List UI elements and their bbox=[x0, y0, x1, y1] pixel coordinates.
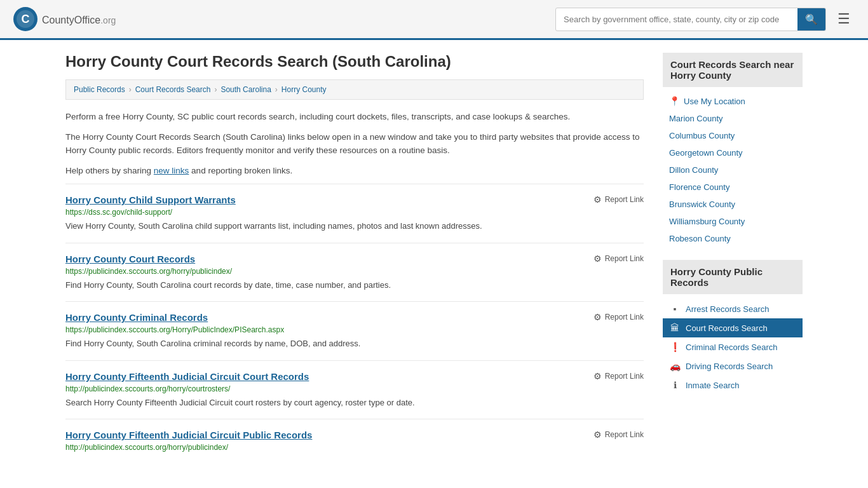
report-icon: ⚙ bbox=[593, 254, 602, 264]
description-para1: Perform a free Horry County, SC public c… bbox=[65, 110, 644, 124]
result-title: Horry County Fifteenth Judicial Circuit … bbox=[65, 371, 309, 382]
result-url: http://publicindex.sccourts.org/horry/pu… bbox=[65, 443, 644, 452]
criminal-icon: ❗ bbox=[669, 342, 681, 352]
breadcrumb-south-carolina[interactable]: South Carolina bbox=[220, 85, 271, 94]
location-icon: 📍 bbox=[669, 96, 680, 106]
results-list: Horry County Child Support Warrants ⚙ Re… bbox=[65, 184, 644, 465]
result-desc: Search Horry County Fifteenth Judicial C… bbox=[65, 396, 644, 409]
breadcrumb-court-records[interactable]: Court Records Search bbox=[135, 85, 211, 94]
records-item-criminal[interactable]: ❗ Criminal Records Search bbox=[663, 337, 803, 356]
result-title: Horry County Child Support Warrants bbox=[65, 194, 236, 205]
sidebar-county-6[interactable]: Williamsburg County bbox=[663, 213, 803, 230]
result-url: https://publicindex.sccourts.org/Horry/P… bbox=[65, 325, 644, 334]
report-icon: ⚙ bbox=[593, 312, 602, 322]
sidebar-county-1[interactable]: Columbus County bbox=[663, 127, 803, 144]
result-desc: View Horry County, South Carolina child … bbox=[65, 220, 644, 233]
report-link[interactable]: ⚙ Report Link bbox=[593, 194, 644, 205]
description-para2: The Horry County Court Records Search (S… bbox=[65, 130, 644, 158]
result-item: Horry County Fifteenth Judicial Circuit … bbox=[65, 360, 644, 419]
search-bar: 🔍 bbox=[555, 8, 826, 31]
arrest-icon: ▪ bbox=[669, 304, 681, 314]
result-link[interactable]: Horry County Court Records bbox=[65, 254, 195, 264]
court-icon: 🏛 bbox=[669, 323, 681, 333]
breadcrumb-public-records[interactable]: Public Records bbox=[74, 85, 125, 94]
svg-text:C: C bbox=[22, 13, 30, 25]
records-item-arrest[interactable]: ▪ Arrest Records Search bbox=[663, 299, 803, 318]
search-button[interactable]: 🔍 bbox=[797, 8, 825, 30]
result-header: Horry County Court Records ⚙ Report Link bbox=[65, 254, 644, 264]
driving-icon: 🚗 bbox=[669, 361, 681, 371]
breadcrumb: Public Records › Court Records Search › … bbox=[65, 79, 644, 100]
sidebar: Court Records Search near Horry County 📍… bbox=[663, 53, 803, 465]
sidebar-county-4[interactable]: Florence County bbox=[663, 179, 803, 196]
result-desc: Find Horry County, South Carolina crimin… bbox=[65, 337, 644, 350]
sidebar-county-3[interactable]: Dillon County bbox=[663, 161, 803, 179]
report-link[interactable]: ⚙ Report Link bbox=[593, 371, 644, 381]
use-my-location-link[interactable]: 📍 Use My Location bbox=[663, 92, 803, 110]
result-title: Horry County Criminal Records bbox=[65, 312, 208, 323]
report-link[interactable]: ⚙ Report Link bbox=[593, 254, 644, 264]
result-link[interactable]: Horry County Child Support Warrants bbox=[65, 194, 236, 205]
report-icon: ⚙ bbox=[593, 371, 602, 381]
breadcrumb-horry-county[interactable]: Horry County bbox=[281, 85, 327, 94]
report-icon: ⚙ bbox=[593, 430, 602, 440]
sidebar-county-2[interactable]: Georgetown County bbox=[663, 144, 803, 161]
result-header: Horry County Child Support Warrants ⚙ Re… bbox=[65, 194, 644, 205]
result-header: Horry County Fifteenth Judicial Circuit … bbox=[65, 430, 644, 440]
report-icon: ⚙ bbox=[593, 194, 602, 205]
records-item-driving[interactable]: 🚗 Driving Records Search bbox=[663, 356, 803, 376]
result-header: Horry County Criminal Records ⚙ Report L… bbox=[65, 312, 644, 323]
logo-icon: C bbox=[13, 6, 38, 32]
result-link[interactable]: Horry County Criminal Records bbox=[65, 312, 208, 323]
nearby-section: Court Records Search near Horry County 📍… bbox=[663, 53, 803, 247]
public-records-title: Horry County Public Records bbox=[663, 260, 803, 294]
result-item: Horry County Court Records ⚙ Report Link… bbox=[65, 243, 644, 302]
logo-text: CountyOffice.org bbox=[42, 12, 116, 27]
result-header: Horry County Fifteenth Judicial Circuit … bbox=[65, 371, 644, 382]
result-url: https://dss.sc.gov/child-support/ bbox=[65, 208, 644, 217]
result-title: Horry County Court Records bbox=[65, 254, 195, 264]
report-link[interactable]: ⚙ Report Link bbox=[593, 312, 644, 322]
inmate-icon: ℹ bbox=[669, 380, 681, 390]
sidebar-county-5[interactable]: Brunswick County bbox=[663, 196, 803, 213]
menu-button[interactable]: ☰ bbox=[832, 8, 855, 30]
result-desc: Find Horry County, South Carolina court … bbox=[65, 279, 644, 292]
site-header: C CountyOffice.org 🔍 ☰ bbox=[0, 0, 868, 40]
result-title: Horry County Fifteenth Judicial Circuit … bbox=[65, 430, 312, 440]
new-links-link[interactable]: new links bbox=[154, 166, 189, 175]
result-item: Horry County Child Support Warrants ⚙ Re… bbox=[65, 184, 644, 243]
page-title: Horry County Court Records Search (South… bbox=[65, 53, 644, 71]
result-item: Horry County Fifteenth Judicial Circuit … bbox=[65, 419, 644, 465]
main-content: Horry County Court Records Search (South… bbox=[65, 53, 644, 465]
result-url: http://publicindex.sccourts.org/horry/co… bbox=[65, 384, 644, 393]
description-para3: Help others by sharing new links and rep… bbox=[65, 164, 644, 178]
records-item-court[interactable]: 🏛 Court Records Search bbox=[663, 318, 803, 337]
main-container: Horry County Court Records Search (South… bbox=[53, 40, 815, 478]
result-link[interactable]: Horry County Fifteenth Judicial Circuit … bbox=[65, 371, 309, 382]
logo[interactable]: C CountyOffice.org bbox=[13, 6, 116, 32]
sidebar-county-0[interactable]: Marion County bbox=[663, 110, 803, 127]
result-item: Horry County Criminal Records ⚙ Report L… bbox=[65, 301, 644, 360]
report-link[interactable]: ⚙ Report Link bbox=[593, 430, 644, 440]
header-right: 🔍 ☰ bbox=[555, 8, 855, 31]
result-url: https://publicindex.sccourts.org/horry/p… bbox=[65, 267, 644, 276]
search-input[interactable] bbox=[556, 10, 797, 29]
result-link[interactable]: Horry County Fifteenth Judicial Circuit … bbox=[65, 430, 312, 440]
nearby-title: Court Records Search near Horry County bbox=[663, 53, 803, 87]
sidebar-county-7[interactable]: Robeson County bbox=[663, 230, 803, 247]
public-records-section: Horry County Public Records ▪ Arrest Rec… bbox=[663, 260, 803, 395]
records-item-inmate[interactable]: ℹ Inmate Search bbox=[663, 376, 803, 395]
